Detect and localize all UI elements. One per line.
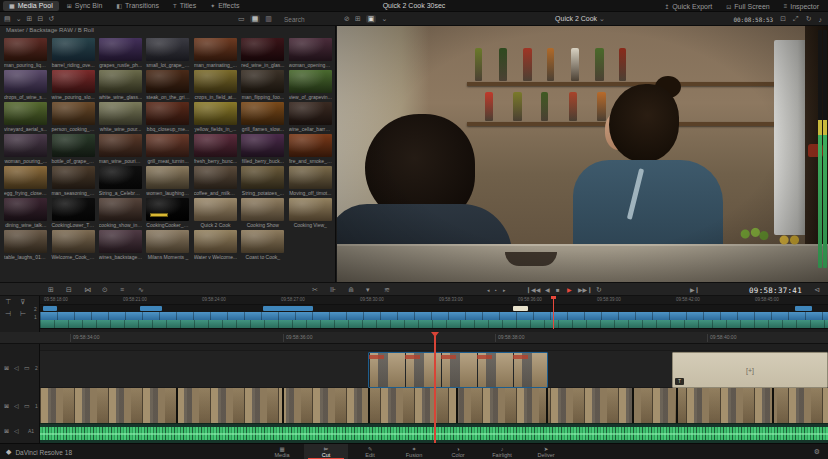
search-box[interactable]: Search — [284, 12, 305, 26]
step-forward-icon[interactable]: ▶▶❙ — [578, 285, 592, 295]
marker-icon[interactable]: ▾ — [366, 285, 370, 295]
refresh-icon[interactable]: ↺ — [48, 15, 54, 23]
media-clip[interactable]: women_laughing_... — [144, 164, 191, 196]
media-clip[interactable]: vineyard_aerial_s... — [2, 100, 49, 132]
media-clip[interactable]: woman_opening_... — [287, 36, 334, 68]
timeline-ruler[interactable]: 09:58:34:0009:58:36:0009:58:38:0009:58:4… — [0, 332, 828, 344]
media-clip[interactable]: woman_pouring_... — [2, 132, 49, 164]
media-clip[interactable]: steak_on_the_gril... — [144, 68, 191, 100]
a1-lock-icon[interactable]: ⊠ — [4, 427, 9, 434]
topbar-button-sync-bin[interactable]: ⊞Sync Bin — [61, 1, 109, 11]
import-media-icon[interactable]: ⊞ — [27, 15, 33, 23]
thumbnail-view-icon[interactable]: ▦ — [250, 15, 261, 23]
media-clip[interactable]: grill_flames_slow... — [239, 100, 286, 132]
media-clip[interactable]: fresh_berry_bunc... — [192, 132, 239, 164]
topbar-button-titles[interactable]: TTitles — [167, 1, 202, 11]
media-clip[interactable]: Coast to Cook_ — [239, 228, 286, 260]
media-clip[interactable]: CookingCooker_Tit... — [144, 196, 191, 228]
zoom-chevron-icon[interactable]: ⤢ — [793, 15, 799, 23]
media-clip[interactable]: Welcome_Cook_0... — [49, 228, 96, 260]
media-clip[interactable]: view_of_grapevin... — [287, 68, 334, 100]
snap-tool-icon[interactable]: ⊢ — [20, 310, 26, 318]
jump-end-icon[interactable]: ▶❙ — [690, 285, 700, 295]
title-clip[interactable]: [+] T — [672, 352, 828, 388]
page-tab-deliver[interactable]: ➤Deliver — [524, 444, 568, 459]
media-clip[interactable]: Water v Welcome... — [192, 228, 239, 260]
loop-icon[interactable]: ↻ — [806, 15, 812, 23]
overview-playhead[interactable] — [553, 296, 554, 329]
topbar-button-transitions[interactable]: ◧Transitions — [110, 1, 165, 11]
pointer-tool-icon[interactable]: ⊤ — [5, 298, 11, 306]
topbar-button-effects[interactable]: ✦Effects — [204, 1, 245, 11]
media-clip[interactable]: drops_of_wine_sp... — [2, 68, 49, 100]
camera-icon[interactable]: ⊲ — [814, 285, 820, 295]
media-clip[interactable]: dining_wine_talk... — [2, 196, 49, 228]
snap-icon[interactable]: ⋒ — [348, 285, 354, 295]
ripple-overwrite-icon[interactable]: ⋈ — [84, 285, 91, 295]
media-clip[interactable]: white_wine_glass... — [97, 68, 144, 100]
jump-start-icon[interactable]: ❙◀◀ — [526, 285, 540, 295]
media-clip[interactable]: Cooking Show — [239, 196, 286, 228]
list-view-icon[interactable]: ▤ — [4, 15, 11, 23]
timeline-playhead[interactable] — [434, 332, 436, 443]
audio-icon[interactable]: ♪ — [819, 16, 823, 23]
timeline-overview-ruler[interactable]: 09:58:18:0009:58:21:0009:58:24:0009:58:2… — [40, 296, 828, 305]
nudge-left-icon[interactable]: ◂ — [487, 285, 490, 295]
media-clip[interactable]: Moving_off_timot... — [287, 164, 334, 196]
media-clip[interactable]: grapes_rustle_ph... — [97, 36, 144, 68]
source-overwrite-icon[interactable]: ∿ — [138, 285, 144, 295]
loop-playback-icon[interactable]: ↻ — [596, 285, 602, 295]
media-clip[interactable]: man_marinating_... — [192, 36, 239, 68]
media-clip[interactable]: small_lot_grape_s... — [144, 36, 191, 68]
media-clip[interactable]: grill_meat_turnin... — [144, 132, 191, 164]
page-tab-fusion[interactable]: ✦Fusion — [392, 444, 436, 459]
v2-enable-icon[interactable]: ▭ — [24, 364, 30, 371]
viewer-panel[interactable] — [337, 26, 828, 282]
v1-mute-icon[interactable]: ◁ — [14, 402, 19, 409]
media-clip[interactable]: man_pouring_liqu... — [2, 36, 49, 68]
place-on-top-icon[interactable]: ≡ — [120, 285, 124, 295]
sort-chevron-icon[interactable]: ⌄ — [16, 15, 22, 23]
tools-icon[interactable]: ≋ — [384, 285, 390, 295]
media-clip[interactable]: red_wine_in_glas... — [239, 36, 286, 68]
overview-clip[interactable] — [795, 306, 812, 311]
page-tab-color[interactable]: ◑Color — [436, 444, 480, 459]
media-clip[interactable]: Milans Moments _ — [144, 228, 191, 260]
topbar-button-full-screen[interactable]: ⊡Full Screen — [720, 1, 775, 11]
bin-breadcrumb[interactable]: Master / Backstage RAW / B Roll — [6, 27, 94, 33]
overview-clip-selected[interactable] — [513, 306, 528, 311]
razor-icon[interactable]: ✂ — [312, 285, 318, 295]
page-tab-media[interactable]: ▦Media — [260, 444, 304, 459]
overview-clip[interactable] — [263, 306, 313, 311]
media-clip[interactable]: cooking_show_int... — [97, 196, 144, 228]
current-frame-icon[interactable]: ▪ — [495, 285, 497, 295]
page-tab-fairlight[interactable]: ♪Fairlight — [480, 444, 524, 459]
append-icon[interactable]: ⊟ — [66, 285, 72, 295]
timeline-content[interactable]: 09:58:18:0009:58:21:0009:58:24:0009:58:2… — [40, 296, 828, 443]
a1-mute-icon[interactable]: ◁ — [14, 427, 19, 434]
topbar-button-media-pool[interactable]: ▦Media Pool — [3, 1, 59, 11]
video-clip-v2[interactable] — [368, 352, 548, 388]
media-clip[interactable]: CookingLower_Thi... — [49, 196, 96, 228]
overview-clip[interactable] — [43, 306, 57, 311]
media-clip[interactable]: bbq_closeup_me... — [144, 100, 191, 132]
media-clip[interactable]: man_seasoning_fil... — [49, 164, 96, 196]
media-clip[interactable]: person_cooking_s... — [49, 100, 96, 132]
viewer-mode-icon[interactable]: ▣ — [366, 15, 377, 23]
step-back-icon[interactable]: ◀ — [545, 285, 550, 295]
media-clip[interactable]: barrel_riding_ove... — [49, 36, 96, 68]
v1-enable-icon[interactable]: ▭ — [24, 402, 30, 409]
metadata-view-icon[interactable]: ▥ — [265, 15, 272, 23]
media-clip[interactable]: wine_cellar_barre... — [287, 100, 334, 132]
viewer-clip-selector[interactable]: Quick 2 Cook ⌄ — [500, 15, 660, 23]
settings-gear-icon[interactable]: ⚙ — [814, 448, 820, 456]
media-clip[interactable]: wines_backstage_... — [97, 228, 144, 260]
media-clip[interactable]: Quick 2 Cook — [192, 196, 239, 228]
media-clip[interactable]: Cooking View_ — [287, 196, 334, 228]
media-clip[interactable]: yellow_fields_in_... — [192, 100, 239, 132]
overlay-icon[interactable]: ⊞ — [355, 15, 361, 23]
stop-icon[interactable]: ■ — [556, 285, 560, 295]
search-input[interactable]: Search — [284, 16, 305, 23]
page-tab-edit[interactable]: ✎Edit — [348, 444, 392, 459]
close-up-icon[interactable]: ⊙ — [102, 285, 108, 295]
